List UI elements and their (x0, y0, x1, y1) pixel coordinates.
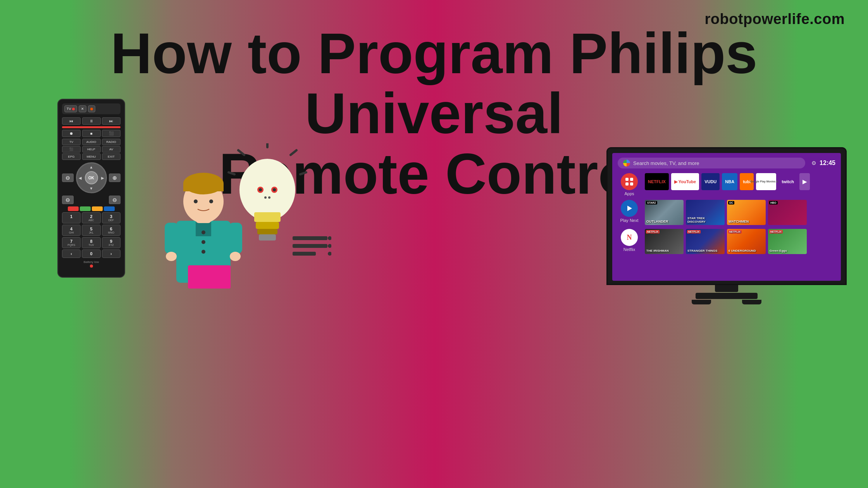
tv-clock: 12:45 (820, 160, 835, 167)
svg-rect-32 (293, 244, 327, 248)
num-8-button[interactable]: 8TUV (82, 237, 100, 248)
svg-rect-23 (257, 229, 277, 234)
lines-svg (293, 236, 331, 267)
num-5-button[interactable]: 5JKL (82, 225, 100, 236)
input-button[interactable]: ✕ (79, 105, 86, 112)
netflix-row-label: Netflix (623, 247, 636, 252)
yellow-color-button[interactable] (92, 206, 103, 211)
vol-down-button[interactable]: ⊕ (109, 174, 121, 182)
netflix-icon-col: N Netflix (618, 229, 641, 252)
tv-screen: Search movies, TV, and more ⚙ 12:45 (612, 153, 841, 281)
nav-up-button[interactable]: ▲ (90, 165, 93, 169)
menu-button[interactable]: MENU (82, 153, 101, 160)
play-next-strip: STARZ OUTLANDER STAR TREKDISCOVERY DC (645, 200, 835, 225)
fastforward-button[interactable]: ⏭ (102, 117, 121, 125)
settings-icon[interactable]: ⚙ (811, 160, 816, 166)
epg-button[interactable]: EPG (62, 153, 81, 160)
tv-stand (606, 285, 847, 304)
watchmen-thumb[interactable]: DC WATCHMEN (727, 200, 766, 225)
app-nba[interactable]: NBA (722, 173, 737, 190)
netflix-badge-4: NETFLIX (769, 230, 783, 234)
startrek-thumb[interactable]: STAR TREKDISCOVERY (686, 200, 725, 225)
num-6-button[interactable]: 6MNO (102, 225, 121, 236)
num-2-button[interactable]: 2ABC (82, 212, 100, 223)
svg-rect-37 (625, 178, 629, 181)
svg-rect-31 (293, 236, 327, 240)
num-9-button[interactable]: 9XYZ (102, 237, 121, 248)
title-line1: How to Program Philips Universal (110, 21, 757, 145)
num-4-button[interactable]: 4GHI (62, 225, 81, 236)
irishman-thumb[interactable]: NETFLIX THE IRISHMAN (645, 229, 684, 254)
paper-decoration (188, 265, 231, 289)
num-7-button[interactable]: 7PQRS (62, 237, 81, 248)
svg-rect-21 (254, 212, 281, 222)
nav-down-button[interactable]: ▼ (90, 186, 93, 191)
hbo-thumb[interactable]: HBO (768, 200, 807, 225)
app-netflix[interactable]: NETFLIX (645, 173, 669, 190)
google-assistant-icon (623, 160, 630, 167)
help-button[interactable]: HELP (82, 146, 101, 153)
tv-guide-button[interactable]: ⬛ (102, 130, 121, 137)
app-vudu[interactable]: VUDU (701, 173, 720, 190)
svg-marker-41 (627, 206, 632, 211)
app-twitch[interactable]: twitch (778, 173, 797, 190)
apps-icon[interactable] (621, 173, 638, 190)
play-next-icon[interactable] (621, 200, 638, 217)
netflix-row-icon[interactable]: N (621, 229, 638, 246)
green-color-button[interactable] (80, 206, 91, 211)
netflix-row: N Netflix NETFLIX THE IRISHMAN (618, 229, 835, 254)
ok-button[interactable]: OK (85, 171, 98, 184)
play-next-icon-col: Play Next (618, 200, 641, 223)
audio-button[interactable]: AUDIO (82, 139, 101, 145)
outlander-thumb[interactable]: STARZ OUTLANDER (645, 200, 684, 225)
svg-rect-33 (293, 252, 316, 256)
prev-button[interactable]: ‹ (62, 249, 81, 258)
tv-search-bar[interactable]: Search movies, TV, and more (618, 158, 805, 168)
app-youtube[interactable]: ▶ YouTube (671, 173, 699, 190)
tv-power-button[interactable]: TV (64, 105, 77, 112)
svg-line-19 (229, 172, 234, 174)
sixunder-title: 6 UNDERGROUND (728, 249, 756, 253)
rewind-button[interactable]: ⏮ (62, 117, 81, 125)
stand-base (696, 293, 758, 299)
num-3-button[interactable]: 3DEF (102, 212, 121, 223)
blue-color-button[interactable] (104, 206, 115, 211)
exit-button[interactable]: EXIT (102, 153, 121, 160)
power-button[interactable] (88, 105, 95, 112)
tv-button[interactable]: TV (62, 139, 81, 145)
svg-point-28 (273, 188, 276, 191)
greeneggs-thumb[interactable]: NETFLIX Green Eggs (768, 229, 807, 254)
num-1-button[interactable]: 1 (62, 212, 81, 223)
power-dot-icon (72, 108, 75, 110)
subtitle-button[interactable]: ⬛ (62, 146, 81, 153)
tv-frame: Search movies, TV, and more ⚙ 12:45 (606, 147, 847, 285)
nav-right-button[interactable]: ▶ (101, 176, 104, 180)
red-color-button[interactable] (68, 206, 79, 211)
channel-down-button[interactable]: ⊖ (109, 196, 121, 204)
illustration (153, 143, 320, 298)
num-0-button[interactable]: 0 (82, 249, 100, 258)
next-button[interactable]: › (102, 249, 121, 258)
record-button[interactable]: ⏺ (62, 130, 81, 137)
app-more[interactable]: ▶ (799, 173, 810, 190)
sixunder-thumb[interactable]: NETFLIX 6 UNDERGROUND (727, 229, 766, 254)
netflix-n-icon: N (627, 234, 632, 242)
radio-button[interactable]: RADIO (102, 139, 121, 145)
svg-line-18 (300, 172, 306, 174)
remote-control: TV ✕ ⏮ ⏸ ⏭ ⏺ ■ ⬛ TV AUDIO RADIO ⬛ HELP (57, 99, 125, 278)
svg-point-34 (328, 236, 331, 240)
app-google-play[interactable]: Google Play Movies & TV (756, 173, 776, 190)
stop-button[interactable]: ■ (82, 130, 101, 137)
svg-rect-38 (630, 178, 633, 181)
play-next-row: Play Next STARZ OUTLANDER STAR TREKDISCO… (618, 200, 835, 225)
av-button[interactable]: AV (102, 146, 121, 153)
vol-up-button[interactable]: ⊖ (62, 174, 74, 182)
svg-point-27 (259, 188, 262, 191)
pause-button[interactable]: ⏸ (82, 117, 101, 125)
channel-row: ⊖ ⊖ (62, 196, 121, 204)
nav-left-button[interactable]: ◀ (79, 176, 82, 180)
stranger-thumb[interactable]: NETFLIX STRANGER THINGS (686, 229, 725, 254)
play-icon (625, 204, 633, 212)
channel-up-button[interactable]: ⊖ (62, 196, 74, 204)
svg-rect-11 (165, 223, 178, 254)
